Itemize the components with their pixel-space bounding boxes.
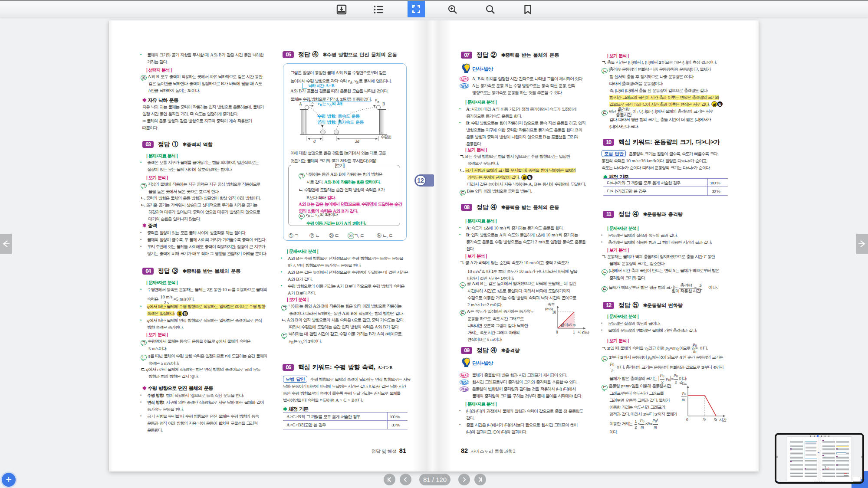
svg-text:5t: 5t bbox=[714, 418, 717, 422]
svg-text:v: v bbox=[375, 98, 377, 102]
svg-text:d: d bbox=[313, 139, 316, 143]
svg-text:꿀: 꿀 bbox=[523, 175, 526, 179]
svg-text:시간: 시간 bbox=[719, 418, 727, 422]
svg-text:속도: 속도 bbox=[547, 302, 555, 307]
svg-text:A: A bbox=[312, 101, 314, 105]
svg-text:팁: 팁 bbox=[718, 102, 721, 106]
svg-text:팁: 팁 bbox=[183, 311, 187, 315]
svg-text:3d: 3d bbox=[355, 139, 360, 143]
svg-text:v: v bbox=[309, 98, 311, 103]
svg-text:10: 10 bbox=[552, 310, 556, 314]
svg-text:m: m bbox=[682, 397, 685, 402]
svg-text:넓이=5 m: 넓이=5 m bbox=[560, 323, 576, 327]
svg-text:속도: 속도 bbox=[679, 380, 687, 385]
svg-text:0: 0 bbox=[556, 330, 558, 334]
svg-text:B: B bbox=[382, 102, 385, 106]
svg-text:꿀: 꿀 bbox=[713, 102, 716, 106]
svg-text:시간(s): 시간(s) bbox=[578, 330, 589, 334]
svg-text:B: B bbox=[378, 100, 380, 104]
svg-text:꿀: 꿀 bbox=[178, 311, 181, 315]
svg-text:A: A bbox=[299, 102, 302, 106]
svg-text:1: 1 bbox=[573, 330, 575, 334]
svg-text:0: 0 bbox=[686, 418, 688, 422]
svg-text:p0: p0 bbox=[682, 391, 686, 396]
svg-text:팁: 팁 bbox=[528, 175, 532, 179]
svg-text:3t: 3t bbox=[702, 418, 706, 422]
